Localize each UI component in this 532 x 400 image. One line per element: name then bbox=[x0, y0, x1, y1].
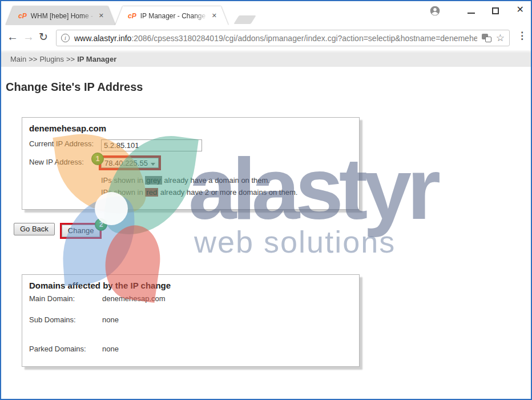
url-host: www.alastyr.info bbox=[74, 34, 131, 43]
site-ip-panel: denemehesap.com Current IP Address: New … bbox=[22, 117, 360, 210]
new-tab-button[interactable] bbox=[233, 15, 256, 24]
domains-panel-title: Domains affected by the IP change bbox=[29, 281, 352, 290]
annotation-rectangle: 78.40.225.55 bbox=[99, 155, 161, 170]
cpanel-icon: cP bbox=[128, 12, 136, 20]
main-domain-value: denemehesap.com bbox=[102, 294, 166, 303]
bookmark-star-icon[interactable]: ☆ bbox=[496, 33, 505, 43]
red-highlight: red bbox=[145, 188, 158, 197]
chevron-down-icon bbox=[151, 163, 155, 166]
new-ip-select[interactable]: 78.40.225.55 bbox=[101, 158, 159, 168]
watermark-tagline-text: web solutions bbox=[194, 226, 396, 257]
tab-close-icon[interactable]: ✕ bbox=[99, 12, 104, 19]
grey-highlight: grey bbox=[145, 176, 162, 185]
tab-label: WHM [hebe] Home - 70. bbox=[31, 12, 95, 20]
minimize-button[interactable] bbox=[467, 13, 475, 14]
new-ip-annotation-wrap: 1 78.40.225.55 bbox=[99, 155, 161, 170]
table-row: Sub Domains: none bbox=[29, 315, 352, 324]
table-row: Main Domain: denemehesap.com bbox=[29, 294, 352, 303]
step-1-badge: 1 bbox=[91, 153, 104, 165]
browser-menu-icon[interactable]: ⋮ bbox=[517, 30, 527, 42]
breadcrumb-main[interactable]: Main bbox=[10, 55, 26, 63]
breadcrumb-separator: >> bbox=[29, 55, 37, 63]
tab-close-icon[interactable]: ✕ bbox=[212, 12, 217, 19]
actions-row: Go Back 2 Change bbox=[14, 223, 102, 239]
domains-affected-panel: Domains affected by the IP change Main D… bbox=[22, 274, 360, 367]
url-text[interactable]: www.alastyr.info:2086/cpsess3180284019/c… bbox=[74, 34, 477, 43]
tab-strip: cP WHM [hebe] Home - 70. ✕ cP IP Manager… bbox=[6, 6, 253, 25]
maximize-button[interactable] bbox=[492, 7, 499, 14]
table-row: Parked Domains: none bbox=[29, 345, 352, 353]
current-ip-input[interactable] bbox=[101, 139, 202, 151]
ip-notes: IPs shown in grey already have a domain … bbox=[101, 174, 352, 198]
change-annotation-wrap: 2 Change bbox=[60, 223, 102, 239]
step-2-badge: 2 bbox=[95, 218, 107, 231]
translate-icon[interactable] bbox=[482, 34, 491, 42]
breadcrumb-bar: Main>>Plugins>>IP Manager bbox=[1, 52, 531, 67]
tab-ip-manager[interactable]: cP IP Manager - Change a S ✕ bbox=[115, 6, 228, 25]
cpanel-icon: cP bbox=[18, 12, 27, 20]
breadcrumb-separator: >> bbox=[66, 55, 75, 63]
go-back-button[interactable]: Go Back bbox=[14, 223, 55, 235]
main-domain-label: Main Domain: bbox=[29, 294, 102, 303]
titlebar: cP WHM [hebe] Home - 70. ✕ cP IP Manager… bbox=[1, 1, 531, 25]
sub-domains-value: none bbox=[102, 315, 119, 324]
note-grey: IPs shown in grey already have a domain … bbox=[101, 174, 352, 186]
close-button[interactable]: ✕ bbox=[517, 4, 524, 15]
note-red: IPs shown in red already have 2 or more … bbox=[101, 186, 352, 198]
browser-window: { "window": { "tabs": [ { "icon_label": … bbox=[0, 0, 532, 400]
new-ip-row: New IP Address: 1 78.40.225.55 bbox=[29, 155, 352, 170]
breadcrumb-plugins[interactable]: Plugins bbox=[39, 55, 64, 63]
breadcrumb: Main>>Plugins>>IP Manager bbox=[10, 55, 119, 63]
tab-whm-home[interactable]: cP WHM [hebe] Home - 70. ✕ bbox=[6, 6, 115, 25]
address-bar[interactable]: i www.alastyr.info:2086/cpsess3180284019… bbox=[56, 30, 510, 46]
forward-icon: → bbox=[23, 30, 34, 43]
new-ip-selected-value: 78.40.225.55 bbox=[104, 159, 148, 167]
url-path: :2086/cpsess3180284019/cgi/addons/ipmana… bbox=[131, 34, 477, 43]
breadcrumb-current: IP Manager bbox=[77, 55, 116, 63]
current-ip-row: Current IP Address: bbox=[29, 137, 352, 151]
page-info-icon[interactable]: i bbox=[61, 34, 70, 42]
current-ip-label: Current IP Address: bbox=[29, 137, 101, 151]
back-icon[interactable]: ← bbox=[7, 30, 18, 43]
new-ip-label: New IP Address: bbox=[29, 155, 101, 170]
page-title: Change Site's IP Address bbox=[6, 81, 143, 94]
refresh-icon[interactable]: ↻ bbox=[39, 30, 48, 43]
profile-icon[interactable] bbox=[429, 5, 441, 17]
sub-domains-label: Sub Domains: bbox=[29, 315, 102, 324]
site-domain-heading: denemehesap.com bbox=[29, 123, 352, 133]
tab-label: IP Manager - Change a S bbox=[140, 12, 208, 20]
browser-toolbar: ← → ↻ i www.alastyr.info:2086/cpsess3180… bbox=[1, 25, 531, 51]
parked-domains-label: Parked Domains: bbox=[29, 345, 102, 353]
parked-domains-value: none bbox=[102, 345, 119, 353]
change-button[interactable]: Change bbox=[62, 225, 100, 237]
